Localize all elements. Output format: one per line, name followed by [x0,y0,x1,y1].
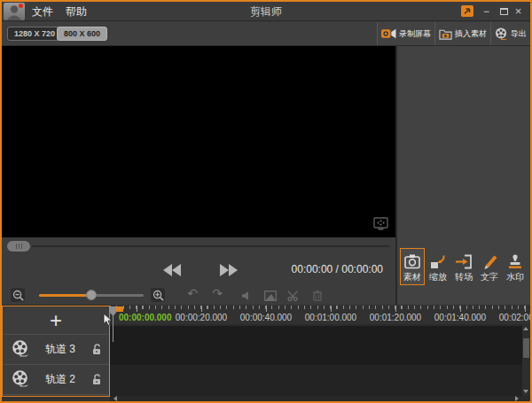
tab-watermark-label: 水印 [506,271,524,283]
ruler-label: 00:00:20.000 [170,313,232,322]
mouse-cursor [103,314,113,330]
menu-help[interactable]: 帮助 [60,2,92,21]
user-avatar[interactable] [4,3,25,20]
tab-text-label: 文字 [481,271,498,283]
scroll-up-icon[interactable] [523,327,528,330]
minimize-button[interactable]: − [480,5,493,18]
fast-forward-button[interactable] [220,264,238,276]
time-display: 00:00:00 / 00:00:00 [292,263,383,275]
scale-tab-icon [428,252,448,270]
ruler-label: 00:01:20.000 [364,313,426,322]
record-screen-button[interactable]: 录制屏幕 [377,22,434,45]
sidebar-tab-bar: 素材 缩放 转场 [400,248,528,285]
slider-fill [39,294,91,297]
track-2-lock-button[interactable] [91,374,102,385]
film-reel-icon [12,369,29,391]
volume-icon [241,291,253,301]
track-header-2[interactable]: 轨道 2 [3,365,109,395]
menu-file[interactable]: 文件 [27,2,59,21]
split-button[interactable] [287,289,300,305]
media-library-panel: 素材 缩放 转场 [395,46,530,305]
fast-forward-icon [229,264,238,276]
track-3-lock-button[interactable] [91,344,102,355]
notification-dot-icon [19,4,23,8]
film-reel-icon [12,339,29,360]
trash-icon [312,290,323,301]
scissors-icon [287,291,300,301]
maximize-button[interactable] [497,5,511,18]
zoom-out-button[interactable] [11,288,25,302]
zoom-in-icon [153,290,164,301]
unlock-icon [91,374,102,385]
rewind-icon [163,264,172,276]
scroll-left-icon[interactable] [113,396,117,401]
delete-button[interactable] [312,289,323,305]
zoom-in-button[interactable] [151,288,165,302]
undo-button[interactable]: ↶ [184,286,200,300]
resolution-button-800x600[interactable]: 800 X 600 [57,27,107,41]
watermark-tab-icon [505,252,525,270]
seek-handle[interactable] [7,241,30,252]
resolution-button-1280x720[interactable]: 1280 X 720 [7,27,62,41]
record-screen-label: 录制屏幕 [399,28,431,40]
insert-media-button[interactable]: 插入素材 [434,22,490,45]
timeline-lane-track-3[interactable] [110,326,522,365]
slider-handle[interactable] [86,290,97,300]
fast-forward-icon [220,264,229,276]
action-bar: 1280 X 720 800 X 600 录制屏幕 插入素材 [2,22,530,46]
export-icon [495,27,508,40]
ruler-label: 00:00:40.000 [235,313,297,322]
media-tab-icon [403,252,422,270]
export-button[interactable]: 导出 [490,22,530,45]
insert-media-label: 插入素材 [455,28,487,40]
headers-footer [2,397,110,401]
video-preview[interactable] [2,46,395,237]
mute-button[interactable] [241,289,253,305]
image-fill-icon [264,291,277,301]
ruler-label: 00:01:40.000 [429,313,491,322]
ruler-major-ticks [137,306,532,312]
ruler-label: 00:01:00.000 [300,313,362,322]
action-buttons: 录制屏幕 插入素材 [377,22,530,45]
close-button[interactable]: × [512,5,525,18]
unlock-icon [91,344,102,355]
timeline-lane-track-2[interactable] [110,365,522,396]
title-bar: 文件 帮助 剪辑师 − × [2,2,530,21]
record-screen-icon [381,28,396,39]
image-fill-button[interactable] [264,289,277,305]
ruler-label: 00:02:00.000 [494,313,532,322]
timeline-ruler[interactable]: 00:00:00.000 00:00:20.000 00:00:40.000 0… [110,305,530,324]
tab-scale[interactable]: 缩放 [426,248,450,285]
rewind-button[interactable] [163,264,181,276]
horizontal-scrollbar[interactable] [110,396,522,401]
seek-bar [2,237,395,255]
tab-media[interactable]: 素材 [400,248,425,285]
track-header-3[interactable]: 轨道 3 [3,335,109,365]
tab-watermark[interactable]: 水印 [503,248,528,285]
add-track-button[interactable]: + [3,306,109,335]
redo-button[interactable]: ↷ [209,286,225,300]
ruler-current-time: 00:00:00.000 [119,313,172,322]
tab-transition[interactable]: 转场 [451,248,476,285]
playhead-line [113,315,113,342]
zoom-out-icon [12,290,24,301]
track-3-label: 轨道 3 [29,342,91,357]
vertical-scroll-thumb[interactable] [523,338,529,358]
resize-mode-button[interactable] [460,5,473,18]
tab-text[interactable]: 文字 [477,248,502,285]
scroll-right-icon[interactable] [515,396,519,401]
timeline-section: + 轨道 3 [2,305,530,401]
vertical-scrollbar[interactable] [522,324,530,396]
fit-screen-button[interactable] [373,217,388,235]
scroll-down-icon[interactable] [523,390,528,393]
tab-media-label: 素材 [403,271,421,283]
text-tab-icon [480,252,499,270]
seek-track[interactable] [32,245,390,247]
transition-tab-icon [454,252,473,270]
rewind-icon [172,264,181,276]
edit-toolbar: ↶ ↷ [2,285,395,305]
maximize-icon [500,8,508,15]
timeline-zoom-slider[interactable] [39,294,144,297]
tab-scale-label: 缩放 [429,271,447,283]
track-headers-panel: + 轨道 3 [2,306,110,397]
